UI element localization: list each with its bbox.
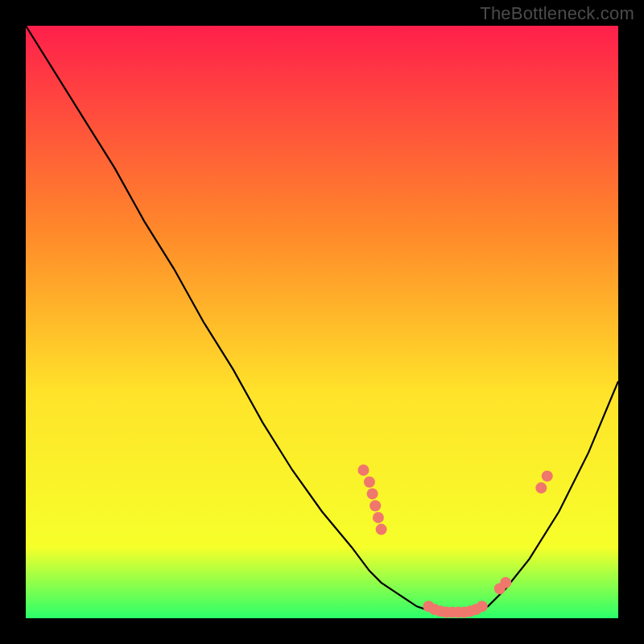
marker-point (369, 500, 381, 511)
gradient-background (26, 26, 618, 618)
marker-point (358, 464, 369, 476)
marker-point (376, 524, 387, 535)
marker-point (477, 601, 488, 612)
marker-point (373, 512, 384, 523)
marker-point (535, 482, 547, 493)
watermark-label: TheBottleneck.com (480, 3, 634, 24)
marker-point (367, 488, 378, 499)
bottleneck-chart (26, 26, 618, 618)
marker-point (500, 577, 511, 588)
marker-point (542, 470, 553, 481)
marker-point (364, 477, 375, 488)
chart-container: TheBottleneck.com (0, 0, 644, 644)
plot-area (26, 26, 618, 618)
